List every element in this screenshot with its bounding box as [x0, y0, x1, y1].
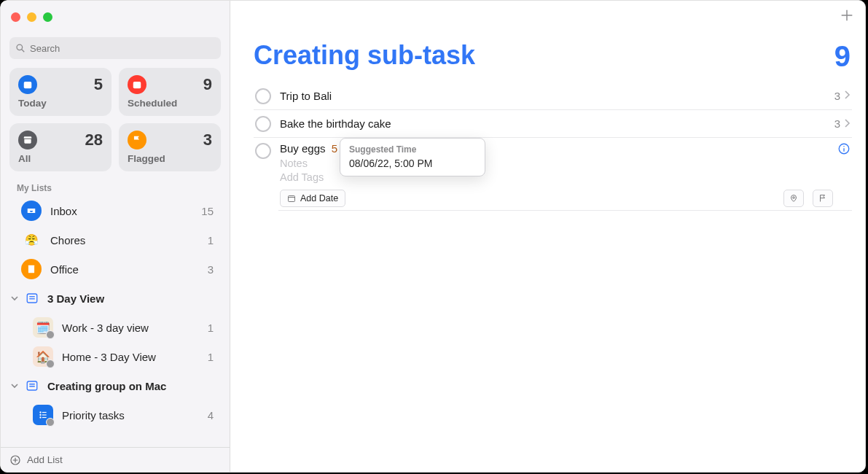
chores-count: 1: [208, 234, 214, 246]
smart-badge-icon: [46, 418, 55, 427]
my-lists-header: My Lists: [1, 179, 230, 196]
priority-label: Priority tasks: [62, 409, 208, 421]
svg-rect-14: [42, 412, 47, 413]
task-title-text: Buy eggs: [280, 142, 326, 155]
svg-point-11: [39, 411, 41, 413]
svg-point-27: [843, 146, 845, 147]
inbox-count: 15: [201, 205, 214, 217]
svg-rect-8: [27, 381, 37, 390]
svg-line-1: [22, 50, 25, 53]
sidebar: 5 Today 9 Scheduled 28: [1, 1, 230, 472]
svg-rect-15: [42, 414, 47, 415]
work-3day-count: 1: [208, 322, 214, 334]
complete-toggle[interactable]: [255, 143, 271, 159]
add-location-button[interactable]: [783, 190, 804, 207]
svg-rect-4: [28, 265, 34, 273]
scheduled-icon: [128, 75, 146, 94]
svg-rect-3: [133, 82, 141, 88]
my-lists: Inbox 15 😤 Chores 1 Office 3: [1, 196, 230, 430]
chevron-down-icon: [9, 382, 20, 389]
svg-rect-2: [24, 82, 32, 88]
page-title: Creating sub-task: [254, 40, 475, 71]
home-3day-icon: 🏠: [33, 346, 53, 367]
group-3day[interactable]: 3 Day View: [1, 284, 230, 313]
scheduled-count: 9: [203, 75, 212, 94]
home-3day-count: 1: [208, 351, 214, 363]
minimize-window-button[interactable]: [27, 12, 36, 22]
complete-toggle[interactable]: [255, 88, 271, 104]
chevron-right-icon[interactable]: [845, 89, 851, 102]
search-input[interactable]: [30, 43, 215, 54]
add-date-label: Add Date: [300, 193, 338, 203]
all-label: All: [18, 153, 103, 164]
all-icon: [18, 131, 37, 149]
svg-point-12: [39, 414, 41, 416]
home-3day-label: Home - 3 Day View: [62, 351, 208, 363]
list-priority[interactable]: Priority tasks 4: [1, 400, 230, 430]
main-panel: Creating sub-task 9 Trip to Bali 3 Bake …: [230, 1, 865, 472]
inbox-icon: [21, 201, 42, 221]
svg-point-24: [793, 197, 795, 199]
group-3day-label: 3 Day View: [47, 292, 214, 305]
suggested-time-value: 08/06/22, 5:00 PM: [349, 158, 476, 169]
all-count: 28: [85, 131, 103, 149]
flagged-card[interactable]: 3 Flagged: [119, 123, 221, 171]
add-flag-button[interactable]: [813, 190, 833, 207]
task-row[interactable]: Bake the birthday cake 3: [254, 109, 852, 137]
list-work-3day[interactable]: 🗓️ Work - 3 day view 1: [1, 313, 230, 342]
today-label: Today: [18, 98, 103, 109]
task-row[interactable]: Trip to Bali 3: [254, 82, 852, 109]
add-list-label: Add List: [27, 454, 63, 465]
group-creating-label: Creating group on Mac: [47, 380, 214, 392]
office-icon: [21, 259, 42, 279]
folder-icon: [24, 378, 40, 394]
chores-icon: 😤: [21, 230, 42, 250]
smart-list-cards: 5 Today 9 Scheduled 28: [1, 68, 230, 179]
window-controls: [1, 1, 230, 33]
suggested-time-popup[interactable]: Suggested Time 08/06/22, 5:00 PM: [340, 138, 485, 176]
office-label: Office: [50, 263, 208, 276]
priority-count: 4: [208, 409, 214, 421]
task-title: Bake the birthday cake: [280, 117, 834, 130]
work-3day-label: Work - 3 day view: [62, 322, 208, 334]
today-count: 5: [94, 75, 103, 94]
today-card[interactable]: 5 Today: [9, 68, 112, 116]
svg-rect-16: [42, 417, 47, 418]
add-list-button[interactable]: Add List: [1, 447, 230, 472]
list-inbox[interactable]: Inbox 15: [1, 196, 230, 225]
chevron-right-icon[interactable]: [845, 117, 851, 131]
fullscreen-window-button[interactable]: [43, 12, 52, 22]
svg-rect-5: [27, 294, 37, 303]
add-date-button[interactable]: Add Date: [280, 190, 345, 207]
scheduled-label: Scheduled: [128, 98, 212, 109]
suggested-time-title: Suggested Time: [349, 144, 476, 155]
chevron-down-icon: [9, 295, 20, 302]
list-office[interactable]: Office 3: [1, 255, 230, 284]
info-button[interactable]: [837, 142, 851, 155]
new-reminder-button[interactable]: [839, 7, 855, 26]
page-count: 9: [834, 40, 851, 73]
subtask-count: 3: [834, 90, 840, 102]
list-home-3day[interactable]: 🏠 Home - 3 Day View 1: [1, 342, 230, 371]
search-icon: [15, 43, 26, 53]
flagged-label: Flagged: [128, 153, 212, 164]
flagged-icon: [128, 131, 146, 149]
task-row-editing[interactable]: Buy eggs 5 pm Wednesday Notes Add Tags A…: [254, 137, 852, 210]
smart-badge-icon: [46, 360, 55, 368]
close-window-button[interactable]: [11, 12, 20, 22]
folder-icon: [24, 290, 40, 306]
group-creating[interactable]: Creating group on Mac: [1, 371, 230, 400]
smart-badge-icon: [46, 330, 55, 339]
list-chores[interactable]: 😤 Chores 1: [1, 225, 230, 255]
complete-toggle[interactable]: [255, 116, 271, 132]
task-title: Trip to Bali: [280, 90, 834, 102]
today-icon: [18, 75, 37, 94]
all-card[interactable]: 28 All: [9, 123, 112, 171]
svg-point-0: [17, 44, 23, 50]
work-3day-icon: 🗓️: [33, 317, 53, 338]
priority-icon: [33, 405, 53, 425]
subtask-count: 3: [834, 117, 840, 130]
flagged-count: 3: [203, 131, 212, 149]
scheduled-card[interactable]: 9 Scheduled: [119, 68, 221, 116]
search-field[interactable]: [9, 37, 221, 59]
